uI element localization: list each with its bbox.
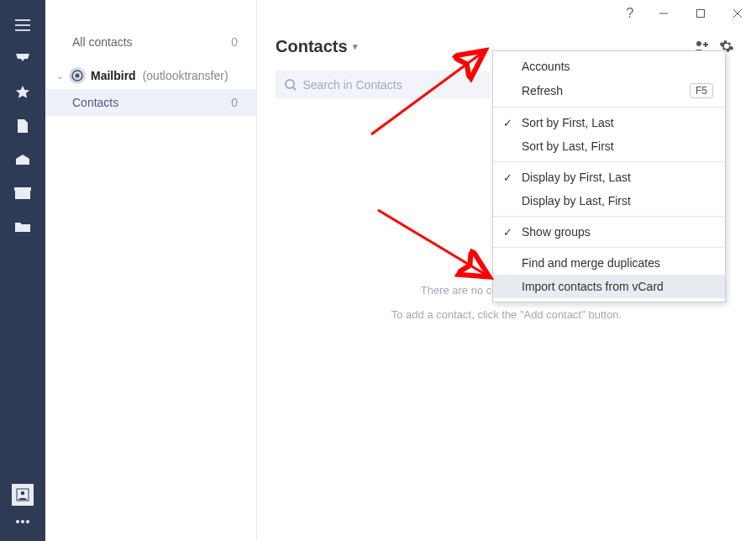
nav-sidebar xyxy=(0,0,45,541)
menu-show-groups[interactable]: ✓ Show groups xyxy=(493,220,725,244)
menu-display-first-last[interactable]: ✓ Display by First, Last xyxy=(493,165,725,189)
svg-point-9 xyxy=(76,74,80,78)
all-contacts-count: 0 xyxy=(231,35,238,49)
svg-point-5 xyxy=(21,520,24,523)
svg-point-4 xyxy=(16,520,19,523)
menu-sort-first-last[interactable]: ✓ Sort by First, Last xyxy=(493,111,725,134)
svg-rect-0 xyxy=(15,191,30,199)
chevron-down-icon: ⌄ xyxy=(55,71,64,81)
outbox-icon[interactable] xyxy=(0,144,45,175)
all-contacts-row[interactable]: All contacts 0 xyxy=(45,29,256,55)
search-icon xyxy=(284,78,296,92)
inbox-icon[interactable] xyxy=(0,44,45,74)
contacts-tab-icon[interactable] xyxy=(12,484,34,506)
svg-point-11 xyxy=(286,80,294,88)
settings-menu: Accounts Refresh F5 ✓ Sort by First, Las… xyxy=(492,50,726,302)
account-avatar-icon xyxy=(69,67,86,84)
check-icon: ✓ xyxy=(503,171,512,184)
svg-point-10 xyxy=(696,41,701,46)
contacts-title-text: Contacts xyxy=(276,37,348,56)
contacts-groups-panel: All contacts 0 ⌄ Mailbird (outlooktransf… xyxy=(45,0,257,541)
menu-accounts[interactable]: Accounts xyxy=(493,55,725,78)
folder-icon[interactable] xyxy=(0,212,45,242)
search-box[interactable] xyxy=(276,71,490,99)
menu-separator xyxy=(493,107,725,108)
account-name: Mailbird xyxy=(91,69,136,82)
document-icon[interactable] xyxy=(0,111,45,141)
archive-icon[interactable] xyxy=(0,178,45,208)
star-icon[interactable] xyxy=(0,77,45,108)
svg-point-6 xyxy=(26,520,29,523)
svg-rect-1 xyxy=(14,187,31,191)
account-row[interactable]: ⌄ Mailbird (outlooktransfer) xyxy=(45,55,256,89)
chevron-down-icon: ▾ xyxy=(353,41,358,52)
contacts-folder-row[interactable]: Contacts 0 xyxy=(45,89,256,116)
contacts-title-dropdown[interactable]: Contacts ▾ xyxy=(276,37,358,56)
check-icon: ✓ xyxy=(503,226,512,239)
contacts-folder-count: 0 xyxy=(231,96,238,109)
all-contacts-label: All contacts xyxy=(72,35,133,49)
menu-find-merge[interactable]: Find and merge duplicates xyxy=(493,251,725,275)
check-icon: ✓ xyxy=(503,117,512,129)
empty-line2: To add a contact, click the "Add contact… xyxy=(257,308,756,321)
account-tag: (outlooktransfer) xyxy=(143,69,228,82)
hamburger-icon[interactable] xyxy=(0,10,45,40)
menu-import-vcard[interactable]: Import contacts from vCard xyxy=(493,275,725,298)
menu-refresh[interactable]: Refresh F5 xyxy=(493,78,725,103)
menu-sort-last-first[interactable]: Sort by Last, First xyxy=(493,134,725,158)
menu-display-last-first[interactable]: Display by Last, First xyxy=(493,189,725,213)
shortcut-badge: F5 xyxy=(690,83,713,98)
svg-point-3 xyxy=(21,491,24,495)
search-input[interactable] xyxy=(302,78,481,92)
menu-separator xyxy=(493,216,725,217)
more-icon[interactable] xyxy=(0,511,45,533)
menu-separator xyxy=(493,247,725,248)
menu-separator xyxy=(493,161,725,162)
contacts-folder-label: Contacts xyxy=(72,96,118,109)
sidebar-bottom xyxy=(0,479,45,541)
